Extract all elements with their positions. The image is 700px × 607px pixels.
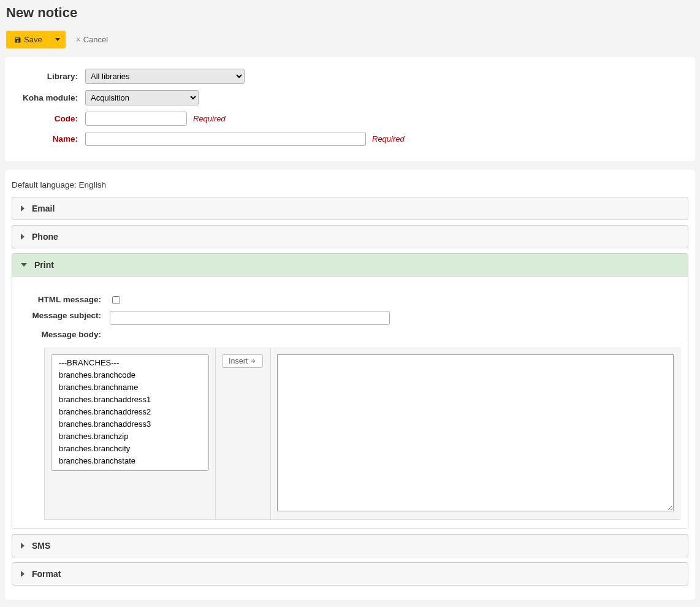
field-option[interactable]: branches.branchaddress2	[54, 406, 206, 418]
panel-phone: Phone	[12, 225, 688, 248]
form-card: Library: All libraries Koha module: Acqu…	[5, 57, 695, 161]
panel-print-body: HTML message: Message subject: Message b…	[12, 276, 688, 529]
message-body-label: Message body:	[20, 330, 110, 340]
library-label: Library:	[13, 72, 85, 81]
field-list-select[interactable]: ---BRANCHES---branches.branchcodebranche…	[51, 354, 209, 471]
close-icon	[75, 37, 81, 42]
panel-print: Print HTML message: Message subject: Mes…	[12, 253, 688, 529]
field-option[interactable]: branches.branchstate	[54, 455, 206, 467]
message-subject-input[interactable]	[110, 311, 390, 325]
cancel-button[interactable]: Cancel	[70, 31, 115, 48]
field-option[interactable]: branches.branchzip	[54, 430, 206, 443]
panel-format-title: Format	[32, 569, 61, 579]
message-subject-label: Message subject:	[20, 311, 110, 325]
body-column	[270, 348, 680, 519]
module-select[interactable]: Acquisition	[85, 90, 199, 105]
default-language-value: English	[79, 180, 106, 189]
code-input[interactable]	[85, 112, 187, 126]
save-split-dropdown[interactable]	[50, 31, 66, 48]
module-label: Koha module:	[13, 93, 85, 102]
insert-column: Insert	[215, 348, 270, 519]
field-option[interactable]: branches.branchaddress3	[54, 418, 206, 430]
fields-column: ---BRANCHES---branches.branchcodebranche…	[45, 348, 215, 519]
field-option[interactable]: branches.branchname	[54, 381, 206, 394]
default-language: Default language: English	[12, 178, 688, 197]
panel-phone-header[interactable]: Phone	[12, 226, 688, 248]
field-option[interactable]: ---BRANCHES---	[54, 357, 206, 369]
name-required-hint: Required	[372, 134, 405, 143]
panels-card: Default language: English Email Phone Pr…	[5, 170, 695, 600]
chevron-right-icon	[21, 234, 25, 240]
field-option[interactable]: branches.branchcity	[54, 443, 206, 455]
save-button-label: Save	[24, 35, 42, 44]
panel-email-title: Email	[32, 204, 55, 213]
default-language-label: Default language:	[12, 180, 77, 189]
save-icon	[14, 36, 21, 44]
chevron-right-icon	[21, 543, 25, 549]
panel-sms: SMS	[12, 534, 688, 557]
cancel-button-label: Cancel	[83, 35, 108, 44]
panel-format: Format	[12, 562, 688, 586]
panel-print-title: Print	[34, 260, 54, 270]
panel-print-header[interactable]: Print	[12, 254, 688, 276]
code-required-hint: Required	[193, 114, 226, 123]
field-option[interactable]: branches.branchcode	[54, 369, 206, 381]
panel-format-header[interactable]: Format	[12, 563, 688, 585]
panel-sms-header[interactable]: SMS	[12, 535, 688, 557]
page-title: New notice	[5, 5, 695, 21]
panel-email-header[interactable]: Email	[12, 197, 688, 220]
insert-button-label: Insert	[229, 357, 248, 365]
arrow-right-icon	[250, 358, 256, 364]
name-label: Name:	[13, 134, 85, 143]
insert-button[interactable]: Insert	[222, 354, 263, 368]
save-button[interactable]: Save	[6, 31, 50, 48]
html-message-label: HTML message:	[20, 295, 110, 306]
chevron-down-icon	[21, 263, 27, 267]
panel-phone-title: Phone	[32, 232, 58, 242]
code-label: Code:	[13, 114, 85, 123]
field-option[interactable]: branches.branchaddress1	[54, 394, 206, 406]
library-select[interactable]: All libraries	[85, 69, 245, 84]
name-input[interactable]	[85, 132, 366, 146]
html-message-checkbox[interactable]	[112, 296, 120, 304]
message-body-textarea[interactable]	[277, 354, 674, 511]
panel-email: Email	[12, 197, 688, 220]
toolbar: Save Cancel	[5, 31, 695, 48]
chevron-right-icon	[21, 205, 25, 212]
panel-sms-title: SMS	[32, 541, 50, 551]
chevron-right-icon	[21, 571, 25, 577]
caret-down-icon	[55, 38, 60, 41]
